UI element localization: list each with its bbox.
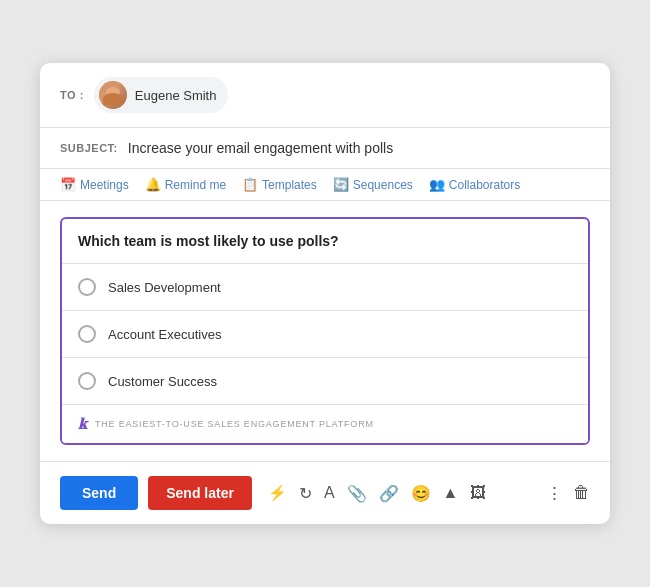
subject-label: SUBJECT: xyxy=(60,142,118,154)
body-area: Which team is most likely to use polls? … xyxy=(40,201,610,461)
attachment-icon[interactable]: 📎 xyxy=(347,484,367,503)
toolbar-meetings[interactable]: 📅 Meetings xyxy=(60,177,129,192)
subject-text: Increase your email engagement with poll… xyxy=(128,140,393,156)
collaborators-icon: 👥 xyxy=(429,177,445,192)
templates-icon: 📋 xyxy=(242,177,258,192)
compose-window: TO : Eugene Smith SUBJECT: Increase your… xyxy=(40,63,610,524)
action-row: Send Send later ⚡ ↻ A 📎 🔗 😊 ▲ 🖼 ⋮ 🗑 xyxy=(40,461,610,524)
poll-question: Which team is most likely to use polls? xyxy=(62,219,588,264)
sequences-icon: 🔄 xyxy=(333,177,349,192)
poll-option-text-2: Account Executives xyxy=(108,327,221,342)
poll-logo: 𝐤 xyxy=(78,415,87,433)
avatar-image xyxy=(99,81,127,109)
to-row: TO : Eugene Smith xyxy=(40,63,610,128)
send-later-button[interactable]: Send later xyxy=(148,476,252,510)
toolbar-collaborators[interactable]: 👥 Collaborators xyxy=(429,177,520,192)
poll-option-3[interactable]: Customer Success xyxy=(62,358,588,405)
radio-option-2[interactable] xyxy=(78,325,96,343)
lightning-icon[interactable]: ⚡ xyxy=(268,484,287,502)
more-options-icon[interactable]: ⋮ xyxy=(546,483,563,504)
poll-option-text-3: Customer Success xyxy=(108,374,217,389)
poll-box: Which team is most likely to use polls? … xyxy=(60,217,590,445)
sequences-label: Sequences xyxy=(353,178,413,192)
radio-option-1[interactable] xyxy=(78,278,96,296)
drive-icon[interactable]: ▲ xyxy=(443,484,459,502)
remind-me-label: Remind me xyxy=(165,178,226,192)
refresh-icon[interactable]: ↻ xyxy=(299,484,312,503)
send-button[interactable]: Send xyxy=(60,476,138,510)
emoji-icon[interactable]: 😊 xyxy=(411,484,431,503)
subject-row: SUBJECT: Increase your email engagement … xyxy=(40,128,610,169)
poll-option-1[interactable]: Sales Development xyxy=(62,264,588,311)
templates-label: Templates xyxy=(262,178,317,192)
poll-option-2[interactable]: Account Executives xyxy=(62,311,588,358)
recipient-pill[interactable]: Eugene Smith xyxy=(94,77,229,113)
recipient-name: Eugene Smith xyxy=(135,88,217,103)
avatar xyxy=(99,81,127,109)
toolbar-remind-me[interactable]: 🔔 Remind me xyxy=(145,177,226,192)
to-label: TO : xyxy=(60,89,84,101)
meetings-label: Meetings xyxy=(80,178,129,192)
radio-option-3[interactable] xyxy=(78,372,96,390)
poll-footer: 𝐤 THE EASIEST-TO-USE SALES ENGAGEMENT PL… xyxy=(62,405,588,443)
toolbar-row: 📅 Meetings 🔔 Remind me 📋 Templates 🔄 Seq… xyxy=(40,169,610,201)
remind-me-icon: 🔔 xyxy=(145,177,161,192)
poll-option-text-1: Sales Development xyxy=(108,280,221,295)
image-icon[interactable]: 🖼 xyxy=(470,484,486,502)
toolbar-sequences[interactable]: 🔄 Sequences xyxy=(333,177,413,192)
link-icon[interactable]: 🔗 xyxy=(379,484,399,503)
toolbar-templates[interactable]: 📋 Templates xyxy=(242,177,317,192)
collaborators-label: Collaborators xyxy=(449,178,520,192)
formatting-icons: ⚡ ↻ A 📎 🔗 😊 ▲ 🖼 xyxy=(268,484,487,503)
delete-icon[interactable]: 🗑 xyxy=(573,483,590,503)
text-format-icon[interactable]: A xyxy=(324,484,335,502)
poll-tagline: THE EASIEST-TO-USE SALES ENGAGEMENT PLAT… xyxy=(95,419,374,429)
meetings-icon: 📅 xyxy=(60,177,76,192)
